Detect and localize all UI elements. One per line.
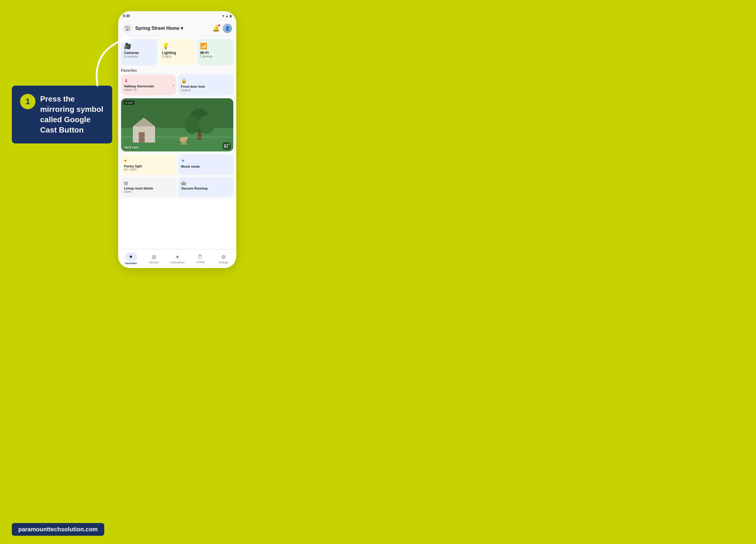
header-icons: 🔔 👤 [212,24,232,33]
svg-rect-13 [185,141,186,145]
quick-cards-row: ● Pantry light On • 50% ✦ Movie mode [121,154,233,175]
status-icons: ▾ ▲ ▮ [222,14,232,18]
wifi-sub: 2 devices [200,55,230,58]
pantry-light-card[interactable]: ● Pantry light On • 50% [121,154,176,175]
lighting-card[interactable]: 💡 Lighting 8 lights [159,39,195,66]
status-time: 9:30 [123,14,130,18]
status-bar: 9:30 ▾ ▲ ▮ [118,11,236,21]
door-icon: 🔒 [181,78,230,84]
instruction-text: Press the mirroring symbol called Google… [40,94,104,135]
step-number: 1 [20,94,35,109]
activity-nav-icon: ⏱ [198,254,203,260]
nav-devices[interactable]: ⊞ Devices [142,253,165,265]
pantry-sub: On • 50% [124,168,173,171]
devices-nav-icon: ⊞ [152,254,156,261]
svg-point-9 [198,115,215,134]
movie-mode-card[interactable]: ✦ Movie mode [178,154,233,175]
cam-name: Yard cam [124,146,139,149]
lighting-icon: 💡 [162,43,193,50]
favorites-nav-icon: ♥ [129,254,133,260]
vacuum-name: Vacuum Running [181,187,230,190]
vacuum-icon: 🤖 [181,181,230,185]
lighting-name: Lighting [162,51,193,55]
pantry-name: Pantry light [124,165,173,168]
last-cards-row: ▤ Living room blinds Open 🤖 Vacuum Runni… [121,177,233,197]
live-dot [125,102,127,104]
nav-settings[interactable]: ⚙ Settings [212,253,235,265]
signal-icon: ▲ [225,14,229,18]
movie-name: Movie mode [181,165,230,168]
automations-nav-icon: ✦ [175,254,180,261]
website-url: paramounttechsolution.com [18,526,98,532]
nav-automations[interactable]: ✦ Automations [166,253,189,265]
website-footer: paramounttechsolution.com [12,523,104,536]
pantry-icon: ● [124,158,173,163]
door-sub: Locked [181,89,230,92]
wifi-card[interactable]: 📶 Wi-Fi 2 devices [197,39,233,66]
vacuum-card[interactable]: 🤖 Vacuum Running [178,177,233,197]
wifi-icon: ▾ [222,14,224,18]
svg-rect-12 [183,141,184,145]
instruction-box: 1 Press the mirroring symbol called Goog… [12,86,112,144]
battery-icon: ▮ [230,14,232,18]
notification-icon[interactable]: 🔔 [212,25,220,32]
thermostat-arrow: › [172,83,174,87]
movie-icon: ✦ [181,158,230,164]
blinds-name: Living room blinds [124,187,173,190]
wifi-name: Wi-Fi [200,51,230,55]
settings-nav-label: Settings [219,261,229,264]
nav-favorites[interactable]: ♥ Favorites [119,252,142,266]
svg-point-8 [185,116,199,134]
favorites-nav-label: Favorites [125,262,137,265]
home-name[interactable]: Spring Street Home ▾ [135,25,210,31]
camera-feed[interactable]: Live Yard cam [121,98,233,152]
devices-nav-label: Devices [149,261,159,264]
arrow-container [80,27,139,92]
svg-rect-15 [121,137,233,138]
avatar[interactable]: 👤 [223,24,232,33]
door-name: Front door lock [181,85,230,89]
lighting-sub: 8 lights [162,55,193,58]
live-badge: Live [123,101,134,105]
door-lock-card[interactable]: 🔒 Front door lock Locked [178,74,233,95]
activity-nav-label: Activity [196,261,205,264]
blinds-icon: ▤ [124,181,173,185]
blinds-card[interactable]: ▤ Living room blinds Open [121,177,176,197]
nav-activity[interactable]: ⏱ Activity [189,253,212,265]
blinds-sub: Open [124,190,173,193]
notification-dot [218,24,220,27]
automations-nav-label: Automations [170,261,185,264]
bottom-nav: ♥ Favorites ⊞ Devices ✦ Automations ⏱ Ac… [118,249,236,268]
wifi-device-icon: 📶 [200,43,230,50]
live-label: Live [128,101,133,104]
svg-marker-0 [120,32,131,43]
cast-button[interactable] [223,142,231,150]
settings-nav-icon: ⚙ [221,254,226,261]
svg-rect-11 [181,141,183,145]
